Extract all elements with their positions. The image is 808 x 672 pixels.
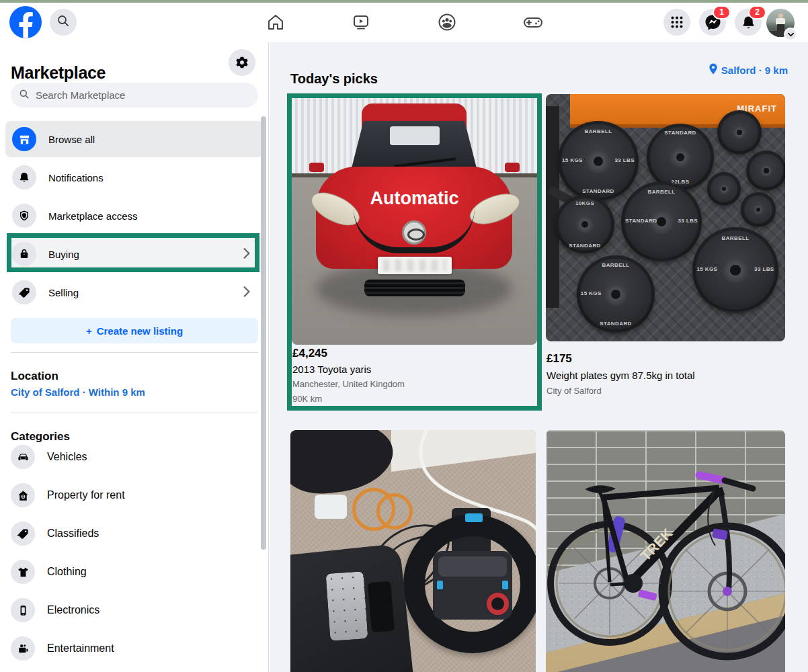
phone-icon (11, 598, 35, 622)
listing-toyota-photo[interactable]: Automatic (292, 98, 537, 345)
sidebar-item-marketplace-access[interactable]: Marketplace access (5, 198, 264, 234)
sidebar-item-label: Selling (48, 287, 79, 298)
category-label: Classifieds (47, 528, 99, 540)
sidebar-scrollbar[interactable] (261, 116, 266, 550)
search-icon (56, 14, 70, 30)
weight-plate: BARBELL 15 KGS STANDARD (577, 255, 655, 333)
tag-icon (11, 521, 35, 546)
watch-tab[interactable] (350, 11, 372, 33)
listing-price: £175 (547, 352, 572, 366)
entertainment-icon (11, 636, 35, 661)
marketplace-search[interactable] (11, 83, 258, 108)
location-heading: Location (11, 370, 58, 383)
marketplace-feed: Today's picks Salford · 9 km Automat (270, 42, 808, 672)
car-icon (11, 445, 35, 469)
weight-plate (717, 110, 762, 155)
toyota-emblem (402, 220, 426, 245)
listing-title: Weight plates gym 87.5kg in total (547, 370, 695, 381)
weight-plate: 10KGS STANDARD (555, 195, 614, 254)
category-entertainment[interactable]: Entertainment (11, 630, 258, 667)
category-label: Property for rent (47, 489, 125, 501)
marketplace-settings-button[interactable] (229, 49, 255, 76)
category-electronics[interactable]: Electronics (11, 592, 258, 628)
sidebar-item-browse-all[interactable]: Browse all (5, 121, 264, 157)
groups-icon (437, 12, 457, 32)
sidebar-item-label: Marketplace access (48, 210, 138, 222)
search-button[interactable] (50, 9, 77, 36)
watch-video-icon (352, 13, 370, 32)
price-tag-icon (12, 280, 36, 304)
home-icon (266, 13, 285, 32)
weight-plate (741, 192, 776, 227)
create-new-listing-button[interactable]: + Create new listing (11, 318, 258, 343)
category-label: Electronics (47, 604, 99, 616)
divider (11, 413, 258, 413)
marketplace-search-input[interactable] (34, 89, 250, 101)
category-property-for-rent[interactable]: $ Property for rent (11, 477, 258, 513)
license-plate-blurred (378, 257, 452, 274)
avatar-person (778, 13, 783, 18)
listing-racing-wheel-card[interactable] (290, 430, 536, 672)
gaming-icon (522, 11, 544, 33)
top-nav-bar: 1 2 (0, 3, 808, 43)
sidebar-item-notifications[interactable]: Notifications (5, 159, 264, 196)
listing-location: City of Salford (547, 386, 602, 396)
weight-plate: BARBELL 15 KGS 33 LBS STANDARD (558, 121, 639, 202)
location-link[interactable]: City of Salford · Within 9 km (11, 386, 145, 398)
category-label: Vehicles (47, 451, 87, 463)
divider (11, 352, 258, 353)
shield-icon (12, 204, 36, 228)
red-dial (487, 593, 509, 615)
weight-plate: STANDARD 22LBS (647, 124, 714, 191)
apps-menu-button[interactable] (663, 9, 690, 36)
mountain-bike: TREK (546, 430, 785, 672)
plus-icon: + (86, 325, 92, 337)
weight-plate (746, 151, 785, 191)
groups-tab[interactable] (436, 11, 458, 33)
listing-price: £4,245 (292, 347, 327, 360)
chevron-right-icon (241, 286, 253, 300)
listing-title: 2013 Toyota yaris (292, 364, 371, 375)
listing-bike-photo[interactable]: TREK (546, 430, 785, 672)
feed-location-link[interactable]: Salford · 9 km (709, 63, 788, 77)
apps-grid-icon (670, 15, 684, 29)
weight-plate: BARBELL 15 KGS 33 LBS (692, 227, 778, 313)
listing-mileage: 90K km (292, 394, 322, 404)
gaming-tab[interactable] (522, 11, 544, 33)
gear-icon (235, 55, 249, 70)
facebook-marketplace-page: 1 2 Marketplace (0, 0, 808, 672)
facebook-logo[interactable] (9, 6, 42, 38)
sidebar-item-buying[interactable]: Buying (5, 236, 264, 272)
svg-text:$: $ (22, 495, 24, 499)
category-vehicles[interactable]: Vehicles (11, 439, 258, 475)
notifications-button[interactable]: 2 (735, 9, 762, 36)
sidebar-item-label: Browse all (48, 134, 95, 145)
listing-weights-card[interactable]: MIRAFIT BARBELL 15 KGS 33 LBS STANDARD S… (546, 94, 785, 341)
home-tab[interactable] (265, 11, 286, 33)
listing-weights-photo[interactable]: MIRAFIT BARBELL 15 KGS 33 LBS STANDARD S… (546, 94, 785, 341)
sidebar-item-selling[interactable]: Selling (5, 274, 264, 310)
category-classifieds[interactable]: Classifieds (11, 515, 258, 552)
shopping-bag-icon (12, 242, 36, 266)
notifications-badge: 2 (748, 5, 766, 19)
feed-heading: Today's picks (290, 71, 378, 87)
tshirt-icon (11, 560, 35, 584)
listing-location: Manchester, United Kingdom (292, 379, 405, 389)
account-chevron-down-icon[interactable] (784, 28, 797, 41)
marketplace-sidebar: Marketplace Browse all Notifications (0, 42, 269, 672)
category-label: Clothing (47, 566, 87, 578)
messenger-button[interactable]: 1 (699, 9, 726, 36)
listing-bike-card[interactable]: TREK (546, 430, 785, 672)
weight-plate (707, 172, 741, 206)
sidebar-item-label: Notifications (48, 172, 104, 183)
wheel-hub (433, 551, 512, 620)
page-title: Marketplace (11, 63, 106, 83)
metal-pedal (326, 571, 368, 641)
category-clothing[interactable]: Clothing (11, 554, 258, 590)
search-icon (19, 89, 30, 102)
map-pin-icon (709, 63, 718, 77)
listing-toyota-card[interactable]: Automatic £4,245 2013 Toyota yaris Manch… (287, 93, 542, 411)
listing-racing-wheel-photo[interactable] (290, 430, 536, 672)
facebook-f-icon (9, 6, 42, 38)
storefront-icon (12, 127, 36, 151)
